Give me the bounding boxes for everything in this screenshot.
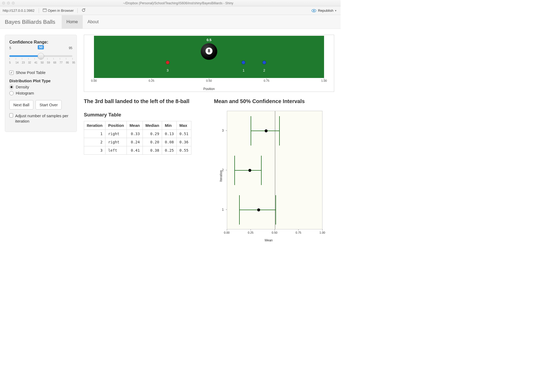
slider-min: 5 [9,46,11,50]
reload-button[interactable] [80,7,87,14]
col-median: Median [143,121,162,130]
close-dot[interactable] [2,2,5,5]
table-row: 3left0.410.380.250.55 [84,146,191,155]
adjust-samples-checkbox[interactable]: Adjust number of samples per iteration [9,113,72,124]
start-over-button[interactable]: Start Over [36,100,62,109]
col-max: Max [177,121,191,130]
plot-type-label: Distribution Plot Type [9,79,72,83]
separator [39,8,39,13]
app-brand: Bayes Billiards Balls [5,19,55,25]
adjust-samples-label: Adjust number of samples per iteration [15,113,72,124]
eight-ball-label: 0.5 [207,38,211,42]
radio-icon [9,91,14,95]
ci-x-axis-label: Mean [214,238,324,242]
main-panel: 80.5312 0.000.250.500.751.00 Position Th… [84,35,334,243]
browser-icon [43,8,47,13]
minimize-dot[interactable] [7,2,10,5]
zoom-dot[interactable] [12,2,15,5]
confidence-slider[interactable]: 5 95 50 514233241505968778695 [9,46,72,65]
radio-histogram-label: Histogram [16,91,34,95]
pool-x-axis-label: Position [85,87,333,91]
confidence-range-label: Confidence Range: [9,40,72,45]
open-in-browser-button[interactable]: Open in Browser [41,8,75,13]
pool-table-plot: 80.5312 0.000.250.500.751.00 Position [84,35,334,92]
slider-fill [9,55,41,57]
svg-rect-0 [43,9,46,11]
slider-tick-labels: 514233241505968778695 [9,61,72,65]
radio-icon [9,85,14,89]
republish-label: Republish [318,9,333,13]
app-navbar: Bayes Billiards Balls Home About [0,15,341,29]
tab-home[interactable]: Home [62,15,83,29]
show-pool-checkbox[interactable]: ✓ Show Pool Table [9,70,72,75]
col-position: Position [105,121,127,130]
republish-button[interactable]: Republish ▾ [310,8,338,13]
slider-track[interactable] [9,55,72,57]
slider-max: 95 [69,46,72,50]
reload-icon [81,8,86,13]
ball-2 [262,61,266,64]
eight-ball: 8 [201,43,217,60]
publish-icon [312,9,316,12]
ci-heading: Mean and 50% Confidence Intervals [214,98,334,104]
window-title: ~/Dropbox (Personal)/School/Teaching/IS6… [18,1,338,5]
viewer-url: http://127.0.0.1:3982 [3,9,34,13]
checkbox-icon: ✓ [9,70,14,75]
checkbox-icon [9,113,13,117]
table-row: 2right0.240.200.080.36 [84,138,191,146]
radio-density[interactable]: Density [9,85,72,89]
svg-point-3 [313,10,315,11]
open-in-browser-label: Open in Browser [48,9,74,13]
col-min: Min [162,121,177,130]
col-mean: Mean [127,121,143,130]
radio-density-label: Density [16,85,29,89]
status-heading: The 3rd ball landed to the left of the 8… [84,98,207,104]
show-pool-label: Show Pool Table [16,70,45,75]
viewer-toolbar: http://127.0.0.1:3982 Open in Browser Re… [0,6,341,15]
ball-3 [166,61,169,64]
ball-label: 2 [263,68,265,72]
col-iteration: Iteration [84,121,105,130]
ball-label: 1 [243,68,245,72]
window-controls[interactable] [2,2,15,5]
summary-heading: Summary Table [84,112,207,118]
ball-label: 3 [167,68,168,72]
tab-about[interactable]: About [83,15,104,29]
summary-table: IterationPositionMeanMedianMinMax 1right… [84,121,191,155]
sidebar-panel: Confidence Range: 5 95 50 51423324150596… [5,35,77,132]
next-ball-button[interactable]: Next Ball [9,100,33,109]
radio-histogram[interactable]: Histogram [9,91,72,95]
separator [77,8,78,13]
table-row: 1right0.330.290.130.51 [84,130,191,138]
window-titlebar: ~/Dropbox (Personal)/School/Teaching/IS6… [0,0,341,6]
chevron-down-icon: ▾ [335,9,336,12]
ci-plot: Iteration Mean 1230.000.250.500.751.00 [214,109,324,243]
slider-value-badge: 50 [38,45,44,49]
ball-1 [242,61,245,64]
